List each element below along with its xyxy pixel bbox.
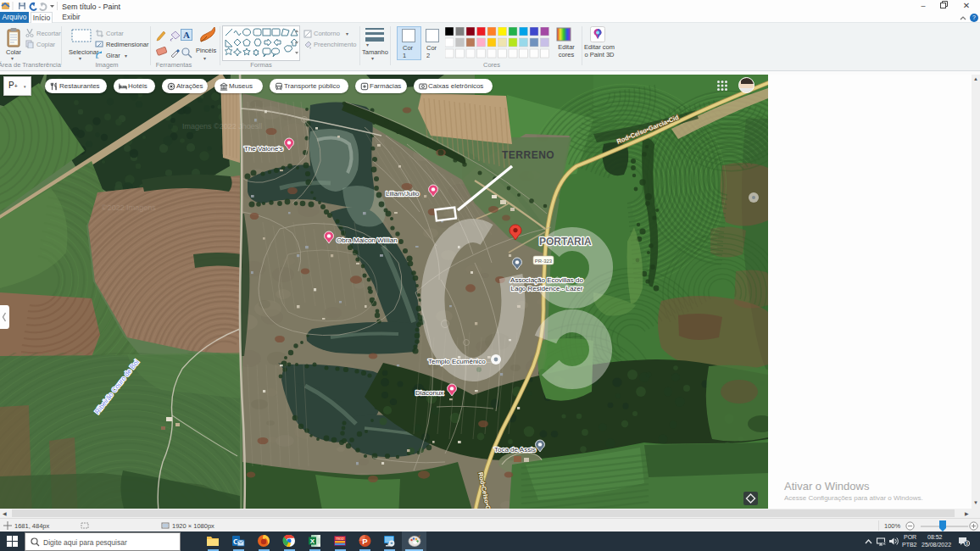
- svg-text:PR-323: PR-323: [535, 259, 553, 264]
- svg-text:Lago Residence - Lazer: Lago Residence - Lazer: [511, 285, 583, 292]
- svg-text:The Valone's: The Valone's: [244, 145, 283, 153]
- svg-text:Liliam/Julio: Liliam/Julio: [386, 190, 420, 198]
- svg-text:A: A: [183, 30, 190, 40]
- svg-text:Obra Maicon Willian: Obra Maicon Willian: [337, 237, 398, 244]
- svg-text:Imagens ©2022 Jhoesll: Imagens ©2022 Jhoesll: [182, 122, 262, 131]
- svg-text:8: 8: [966, 541, 968, 546]
- svg-text:TERRENO: TERRENO: [502, 149, 554, 161]
- svg-text:Diaconux: Diaconux: [415, 389, 443, 397]
- svg-text:Associação Ecovillas do: Associação Ecovillas do: [510, 276, 583, 284]
- svg-text:P: P: [362, 537, 368, 546]
- svg-text:X: X: [310, 537, 315, 545]
- svg-text:Toca de Assis: Toca de Assis: [494, 446, 536, 454]
- svg-text:TIO2: TIO2: [337, 537, 345, 541]
- svg-text:©2022 Imagens: ©2022 Imagens: [102, 203, 156, 212]
- svg-text:PORTARIA: PORTARIA: [539, 236, 592, 248]
- svg-text:Templo Ecumênico: Templo Ecumênico: [428, 358, 486, 365]
